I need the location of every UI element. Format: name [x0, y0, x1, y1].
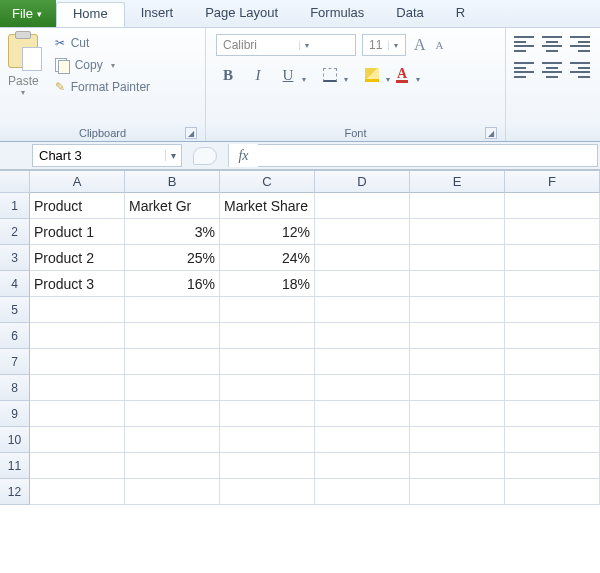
cell-C5[interactable] — [220, 297, 315, 323]
cell-E1[interactable] — [410, 193, 505, 219]
dialog-launcher-clipboard[interactable]: ◢ — [185, 127, 197, 139]
col-header-B[interactable]: B — [125, 171, 220, 193]
col-header-F[interactable]: F — [505, 171, 600, 193]
cell-B12[interactable] — [125, 479, 220, 505]
name-box[interactable]: ▾ — [32, 144, 182, 167]
cell-C2[interactable]: 12% — [220, 219, 315, 245]
cell-A10[interactable] — [30, 427, 125, 453]
fill-color-button[interactable]: ▾ — [360, 64, 384, 86]
cell-A8[interactable] — [30, 375, 125, 401]
row-header[interactable]: 5 — [0, 297, 30, 323]
paste-button[interactable]: Paste ▾ — [6, 32, 45, 97]
bold-button[interactable]: B — [216, 64, 240, 86]
cell-E7[interactable] — [410, 349, 505, 375]
col-header-C[interactable]: C — [220, 171, 315, 193]
font-color-button[interactable]: A ▾ — [390, 64, 414, 86]
cell-B1[interactable]: Market Gr — [125, 193, 220, 219]
copy-button[interactable]: Copy ▾ — [53, 56, 152, 74]
cell-B6[interactable] — [125, 323, 220, 349]
tab-page-layout[interactable]: Page Layout — [189, 0, 294, 27]
cell-C8[interactable] — [220, 375, 315, 401]
font-size-combo[interactable]: 11 ▾ — [362, 34, 406, 56]
cell-A12[interactable] — [30, 479, 125, 505]
underline-button[interactable]: U ▾ — [276, 64, 300, 86]
grow-font-button[interactable]: A — [412, 36, 428, 54]
cell-B7[interactable] — [125, 349, 220, 375]
cell-A2[interactable]: Product 1 — [30, 219, 125, 245]
cell-A1[interactable]: Product — [30, 193, 125, 219]
cell-E2[interactable] — [410, 219, 505, 245]
cell-C10[interactable] — [220, 427, 315, 453]
insert-function-button[interactable]: fx — [228, 144, 258, 167]
cell-A9[interactable] — [30, 401, 125, 427]
align-top-button[interactable] — [514, 36, 534, 52]
cell-D9[interactable] — [315, 401, 410, 427]
cell-D3[interactable] — [315, 245, 410, 271]
cell-F12[interactable] — [505, 479, 600, 505]
row-header[interactable]: 3 — [0, 245, 30, 271]
cell-D12[interactable] — [315, 479, 410, 505]
cell-E5[interactable] — [410, 297, 505, 323]
row-header[interactable]: 12 — [0, 479, 30, 505]
cell-C4[interactable]: 18% — [220, 271, 315, 297]
tab-insert[interactable]: Insert — [125, 0, 190, 27]
align-left-button[interactable] — [514, 62, 534, 78]
row-header[interactable]: 9 — [0, 401, 30, 427]
cell-D8[interactable] — [315, 375, 410, 401]
cell-F11[interactable] — [505, 453, 600, 479]
cell-A6[interactable] — [30, 323, 125, 349]
row-header[interactable]: 7 — [0, 349, 30, 375]
format-painter-button[interactable]: ✎ Format Painter — [53, 78, 152, 96]
cell-C6[interactable] — [220, 323, 315, 349]
cell-D6[interactable] — [315, 323, 410, 349]
shrink-font-button[interactable]: A — [434, 39, 446, 51]
cell-F7[interactable] — [505, 349, 600, 375]
row-header[interactable]: 4 — [0, 271, 30, 297]
cell-F10[interactable] — [505, 427, 600, 453]
cell-F4[interactable] — [505, 271, 600, 297]
cell-F5[interactable] — [505, 297, 600, 323]
cell-F9[interactable] — [505, 401, 600, 427]
cell-D4[interactable] — [315, 271, 410, 297]
italic-button[interactable]: I — [246, 64, 270, 86]
cell-B11[interactable] — [125, 453, 220, 479]
cell-E11[interactable] — [410, 453, 505, 479]
tab-data[interactable]: Data — [380, 0, 439, 27]
cell-C1[interactable]: Market Share — [220, 193, 315, 219]
cell-E6[interactable] — [410, 323, 505, 349]
align-bottom-button[interactable] — [570, 36, 590, 52]
cell-C12[interactable] — [220, 479, 315, 505]
cell-E9[interactable] — [410, 401, 505, 427]
cell-C9[interactable] — [220, 401, 315, 427]
row-header[interactable]: 2 — [0, 219, 30, 245]
align-middle-button[interactable] — [542, 36, 562, 52]
cell-E12[interactable] — [410, 479, 505, 505]
cell-A4[interactable]: Product 3 — [30, 271, 125, 297]
cell-D1[interactable] — [315, 193, 410, 219]
align-right-button[interactable] — [570, 62, 590, 78]
cell-E3[interactable] — [410, 245, 505, 271]
tab-review-partial[interactable]: R — [440, 0, 481, 27]
tab-home[interactable]: Home — [56, 2, 125, 27]
row-header[interactable]: 6 — [0, 323, 30, 349]
cell-E8[interactable] — [410, 375, 505, 401]
cell-A11[interactable] — [30, 453, 125, 479]
cell-B3[interactable]: 25% — [125, 245, 220, 271]
cell-B2[interactable]: 3% — [125, 219, 220, 245]
cut-button[interactable]: ✂ Cut — [53, 34, 152, 52]
select-all-corner[interactable] — [0, 171, 30, 193]
row-header[interactable]: 11 — [0, 453, 30, 479]
cell-B8[interactable] — [125, 375, 220, 401]
tab-formulas[interactable]: Formulas — [294, 0, 380, 27]
chevron-down-icon[interactable]: ▾ — [165, 150, 181, 161]
cell-D10[interactable] — [315, 427, 410, 453]
dialog-launcher-font[interactable]: ◢ — [485, 127, 497, 139]
cell-B4[interactable]: 16% — [125, 271, 220, 297]
cell-C3[interactable]: 24% — [220, 245, 315, 271]
row-header[interactable]: 1 — [0, 193, 30, 219]
row-header[interactable]: 8 — [0, 375, 30, 401]
row-header[interactable]: 10 — [0, 427, 30, 453]
formula-input[interactable] — [258, 145, 597, 166]
cell-C11[interactable] — [220, 453, 315, 479]
col-header-A[interactable]: A — [30, 171, 125, 193]
